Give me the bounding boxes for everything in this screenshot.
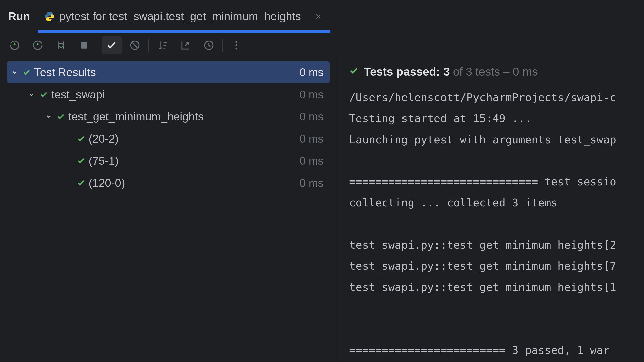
run-tab[interactable]: pytest for test_swapi.test_get_minimum_h… xyxy=(38,0,330,33)
more-options-button[interactable] xyxy=(226,36,247,54)
close-icon[interactable]: × xyxy=(305,11,324,22)
sort-button[interactable] xyxy=(152,36,173,54)
toolbar-divider xyxy=(222,39,223,52)
svg-point-4 xyxy=(235,44,237,46)
tree-label: test_swapi xyxy=(51,88,300,101)
run-tool-window-label: Run xyxy=(0,10,38,23)
test-tree-panel: Test Results 0 ms test_swapi 0 ms test_g… xyxy=(0,58,337,362)
tree-time: 0 ms xyxy=(300,66,324,79)
of-total-label: of 3 tests – 0 ms xyxy=(450,65,538,78)
rerun-button[interactable] xyxy=(5,36,25,54)
check-icon xyxy=(76,134,86,143)
tree-time: 0 ms xyxy=(300,155,324,167)
check-icon xyxy=(39,90,48,99)
python-icon xyxy=(44,11,55,22)
console-panel: Tests passed: 3 of 3 tests – 0 ms /Users… xyxy=(337,58,644,362)
tree-label: (75-1) xyxy=(89,154,300,167)
test-toolbar xyxy=(0,33,644,58)
test-case-row[interactable]: (75-1) 0 ms xyxy=(7,150,330,172)
stop-button[interactable] xyxy=(74,36,94,54)
chevron-down-icon xyxy=(27,90,36,99)
tree-label: Test Results xyxy=(34,66,300,79)
check-icon xyxy=(22,68,31,77)
svg-point-3 xyxy=(235,41,237,43)
tree-time: 0 ms xyxy=(300,88,324,101)
svg-point-5 xyxy=(235,48,237,49)
console-output[interactable]: /Users/helenscott/PycharmProjects/swapi-… xyxy=(349,87,644,361)
svg-rect-0 xyxy=(81,42,87,49)
show-passed-button[interactable] xyxy=(102,36,122,54)
check-icon xyxy=(349,65,359,78)
test-results-root[interactable]: Test Results 0 ms xyxy=(7,61,330,83)
toolbar-divider xyxy=(98,39,98,52)
tree-label: test_get_minimum_heights xyxy=(68,110,300,123)
chevron-down-icon xyxy=(10,68,19,77)
main-split: Test Results 0 ms test_swapi 0 ms test_g… xyxy=(0,58,644,362)
show-ignored-button[interactable] xyxy=(125,36,145,54)
rerun-failed-button[interactable] xyxy=(28,36,48,54)
check-icon xyxy=(56,112,65,121)
test-history-button[interactable] xyxy=(199,36,219,54)
check-icon xyxy=(76,156,86,165)
test-suite-row[interactable]: test_swapi 0 ms xyxy=(7,83,330,106)
test-case-row[interactable]: (20-2) 0 ms xyxy=(7,128,330,150)
tests-summary: Tests passed: 3 of 3 tests – 0 ms xyxy=(349,65,644,78)
tree-time: 0 ms xyxy=(300,110,324,123)
toolbar-divider xyxy=(148,39,149,52)
test-case-row[interactable]: (120-0) 0 ms xyxy=(7,172,330,194)
tree-label: (20-2) xyxy=(89,132,300,145)
run-tab-title: pytest for test_swapi.test_get_minimum_h… xyxy=(59,10,301,23)
header-bar: Run pytest for test_swapi.test_get_minim… xyxy=(0,0,644,33)
passed-label: Tests passed: 3 xyxy=(364,65,450,78)
tree-time: 0 ms xyxy=(300,177,324,189)
check-icon xyxy=(76,178,86,188)
test-function-row[interactable]: test_get_minimum_heights 0 ms xyxy=(7,106,330,128)
expand-all-button[interactable] xyxy=(176,36,196,54)
tree-label: (120-0) xyxy=(89,176,300,190)
tree-time: 0 ms xyxy=(300,132,324,145)
chevron-down-icon xyxy=(44,112,53,121)
toggle-auto-test-button[interactable] xyxy=(51,36,71,54)
